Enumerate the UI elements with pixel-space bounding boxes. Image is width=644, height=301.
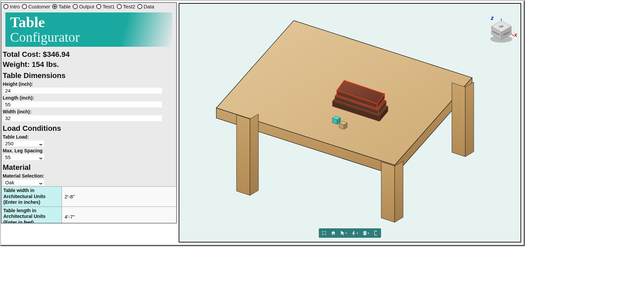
material-select-label: Material Selection: [1, 173, 176, 179]
select-value: Oak [5, 180, 14, 185]
arch-length-label: Table length in Architectural Units (Ent… [1, 207, 62, 223]
config-panel: Intro Customer Table Output Test1 Test2 [1, 2, 177, 223]
max-leg-label: Max. Leg Spacing [1, 147, 176, 154]
arch-length-row: Table length in Architectural Units (Ent… [1, 206, 176, 223]
tab-label: Test2 [123, 4, 135, 9]
width-label: Width (inch): [1, 108, 176, 115]
banner: Table Configurator [5, 12, 172, 47]
export-pdf-button[interactable]: A [372, 229, 380, 237]
table-load-label: Table Load: [1, 134, 176, 140]
weight: Weight: 154 lbs. [3, 60, 175, 70]
layers-button[interactable] [361, 229, 371, 237]
arch-width-label: Table width in Architectural Units (Ente… [1, 187, 62, 206]
radio-icon [52, 4, 57, 9]
tab-label: Data [144, 4, 154, 9]
chevron-down-icon: ⌄ [38, 155, 44, 160]
material-heading: Material [1, 161, 176, 173]
table-model [193, 7, 496, 229]
summary: Total Cost: $346.94 Weight: 154 lbs. [1, 49, 176, 69]
layers-icon [362, 230, 367, 236]
length-input[interactable]: 55 [3, 101, 162, 108]
walk-button[interactable] [350, 229, 360, 237]
arch-length-value[interactable]: 4'-7" [62, 207, 176, 223]
total-cost: Total Cost: $346.94 [3, 49, 175, 60]
table-load-select[interactable]: 250 ⌄ [3, 140, 44, 147]
tab-label: Customer [28, 4, 50, 9]
select-value: 55 [5, 154, 11, 160]
tab-data[interactable]: Data [137, 4, 155, 9]
select-value: 250 [5, 141, 13, 146]
width-input[interactable]: 32 [3, 115, 162, 121]
tab-intro[interactable]: Intro [3, 4, 21, 9]
svg-marker-8 [465, 82, 474, 157]
svg-marker-3 [237, 115, 250, 195]
home-button[interactable] [329, 229, 337, 237]
radio-icon [96, 4, 101, 9]
pointer-icon [340, 230, 345, 236]
radio-icon [137, 4, 142, 9]
fullscreen-icon [322, 230, 327, 236]
tab-label: Intro [10, 4, 20, 9]
svg-point-31 [353, 231, 354, 232]
arch-width-value[interactable]: 2'-8" [62, 187, 176, 206]
viewport-3d[interactable]: z x UP FRONT RIGHT [179, 3, 521, 242]
axis-x-label: x [514, 32, 517, 38]
app-frame: Intro Customer Table Output Test1 Test2 [0, 0, 525, 246]
arch-width-row: Table width in Architectural Units (Ente… [1, 186, 176, 206]
radio-icon [117, 4, 122, 9]
banner-title: Table [10, 15, 168, 30]
tab-test2[interactable]: Test2 [116, 4, 136, 9]
view-cube[interactable]: UP FRONT RIGHT [488, 18, 514, 45]
radio-icon [3, 4, 8, 9]
tab-label: Table [59, 4, 71, 9]
chevron-down-icon: ⌄ [38, 141, 44, 146]
svg-line-30 [511, 34, 514, 36]
fullscreen-button[interactable] [320, 229, 328, 237]
chevron-down-icon: ⌄ [38, 180, 44, 185]
pointer-button[interactable] [338, 229, 349, 237]
height-label: Height (inch): [1, 81, 176, 87]
viewport-toolbar: A [319, 228, 381, 238]
person-icon [351, 230, 356, 236]
cube-up-label: UP [499, 25, 504, 28]
banner-subtitle: Configurator [10, 31, 168, 44]
svg-marker-6 [395, 161, 403, 222]
svg-text:A: A [375, 233, 377, 234]
tab-test1[interactable]: Test1 [96, 4, 115, 9]
tab-bar: Intro Customer Table Output Test1 Test2 [1, 3, 176, 10]
length-label: Length (inch): [1, 95, 176, 101]
material-select[interactable]: Oak ⌄ [3, 179, 44, 186]
home-icon [331, 230, 336, 236]
export-pdf-icon: A [373, 230, 379, 236]
tab-label: Test1 [103, 4, 115, 9]
svg-marker-7 [452, 83, 465, 157]
max-leg-select[interactable]: 55 ⌄ [3, 154, 44, 160]
svg-marker-4 [250, 114, 258, 195]
radio-icon [73, 4, 78, 9]
tab-label: Output [79, 4, 94, 9]
tab-output[interactable]: Output [72, 4, 95, 9]
radio-icon [22, 4, 27, 9]
load-heading: Load Conditions [1, 122, 176, 134]
tab-customer[interactable]: Customer [21, 4, 51, 9]
dimensions-heading: Table Dimensions [1, 69, 176, 81]
height-input[interactable]: 24 [3, 87, 162, 94]
svg-marker-5 [381, 162, 395, 222]
tab-table[interactable]: Table [51, 4, 71, 9]
